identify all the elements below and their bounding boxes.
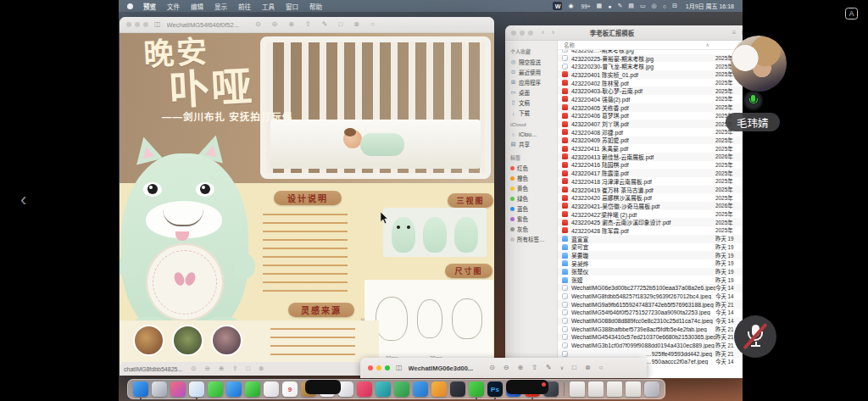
preview-title-bar[interactable]: WechatIMG54f646f0f52... — [120, 17, 494, 33]
input-assist-icon[interactable]: A — [845, 8, 858, 19]
microphone-muted-button[interactable] — [734, 315, 776, 358]
menu-item[interactable]: 显示 — [214, 2, 227, 11]
trash-dock-icon[interactable] — [644, 382, 659, 397]
zoom-button[interactable] — [143, 22, 148, 27]
collapse-panel-chevron-icon[interactable]: ‹ — [20, 191, 26, 209]
menu-item[interactable]: 前往 — [238, 2, 251, 11]
file-row[interactable]: 张媞昨天 19 — [558, 276, 753, 284]
sidebar-item[interactable]: 蓝色 — [510, 203, 557, 214]
file-row[interactable]: WechatIMG9a9fb61559247483742eb5f57696318… — [558, 300, 753, 309]
calendar-dock-icon[interactable]: 9 — [282, 382, 298, 397]
file-row[interactable]: 423220408 邓捷.pdf2025年 — [558, 128, 753, 136]
menu-item[interactable]: 编辑 — [191, 2, 203, 11]
file-row[interactable]: 梁可宜昨天 19 — [558, 243, 753, 252]
battery-icon[interactable]: ▭ — [640, 3, 646, 9]
menu-item[interactable]: 预览 — [143, 2, 156, 11]
keynote-dock-icon[interactable] — [413, 382, 428, 397]
rotate-icon[interactable] — [353, 21, 359, 28]
zoom-out-icon[interactable] — [272, 21, 278, 28]
app-grid-dock-icon[interactable] — [170, 382, 186, 397]
share-icon[interactable] — [232, 365, 237, 372]
file-row[interactable]: 423220407 刘丫琪.pdf2025年 — [558, 120, 753, 128]
file-row[interactable]: 423220230-曾飞龙-期末考核.jpg2025年 — [558, 62, 753, 70]
sidebar-item[interactable]: 紫色 — [510, 214, 557, 224]
file-row[interactable]: 423220411 朱禹豪.pdf2025年 — [558, 144, 753, 153]
file-row[interactable]: WechatIMG8fdbb548257f18329c9639f267012bc… — [558, 292, 753, 301]
zoom-in-icon[interactable] — [518, 365, 524, 371]
close-button[interactable] — [368, 365, 373, 370]
sidebar-item[interactable]: ▭桌面 — [510, 87, 557, 97]
sidebar-item[interactable]: 黄色 — [510, 183, 557, 193]
info-icon[interactable] — [191, 365, 196, 372]
launchpad-dock-icon[interactable] — [152, 382, 167, 397]
menu-bar-clock[interactable]: 1月9日 周五 16:18 — [686, 2, 734, 10]
zoom-in-icon[interactable] — [219, 365, 224, 372]
file-row[interactable]: 423220422'梁梓曦 (2).pdf2025年 — [558, 210, 753, 219]
file-row[interactable]: 423220416 陆园棋.pdf2025年 — [558, 161, 753, 170]
pencil-icon[interactable]: ✎ — [617, 3, 622, 9]
display-icon[interactable]: ◎ — [652, 3, 657, 9]
search-icon[interactable] — [370, 21, 375, 28]
file-row[interactable]: WechatIMG54f646f0f52751527230aa9090fa225… — [558, 309, 753, 317]
pages-dock-icon[interactable] — [431, 382, 447, 397]
file-row[interactable]: 423220404 强薇(2).pdf2025年 — [558, 95, 753, 103]
menu-item[interactable]: 工具 — [262, 2, 275, 11]
preview-window-3-title-bar[interactable]: WechatIMG06e3d00... — [360, 358, 647, 378]
zoom-in-icon[interactable] — [288, 21, 294, 28]
file-row[interactable]: 423220413 赖佳慧-云南展板.pdf2026年 — [558, 153, 753, 161]
finder-column-header[interactable]: 名称 — [558, 41, 753, 50]
sidebar-item[interactable]: ⊞应用程序 — [510, 77, 557, 87]
sidebar-item[interactable]: 灰色 — [510, 224, 557, 234]
file-row[interactable]: 423220225-黄裕豪-期末考核.jpg2025年 — [558, 54, 753, 63]
zoom-button[interactable] — [385, 365, 390, 370]
wechat-icon[interactable]: ◉ — [568, 3, 573, 9]
file-row[interactable]: …925ffe49593dd442.jpeg昨天 21 — [558, 349, 753, 358]
preview-window-2-title-bar[interactable]: chatIMG8fdbb54825... — [120, 362, 363, 376]
rotate-icon[interactable] — [585, 365, 591, 371]
sidebar-item[interactable]: ▤共享 — [510, 139, 557, 149]
file-row[interactable]: 423220402 陈林莹.pdf2025年 — [558, 79, 753, 87]
search-icon[interactable]: ○ — [663, 3, 666, 9]
file-row[interactable]: 423220401 陈实桢_01.pdf2025年 — [558, 70, 753, 79]
file-row[interactable]: 423220405 关栋香.pdf2025年 — [558, 103, 753, 112]
info-icon[interactable] — [489, 365, 495, 371]
sidebar-item[interactable]: ◎隔空投送 — [510, 57, 557, 67]
safari-dock-icon[interactable] — [189, 382, 204, 397]
finder-title-bar[interactable]: ‹ › 李老板汇报模板 — [505, 25, 753, 41]
numbers-dock-icon[interactable] — [394, 382, 409, 397]
name-column-header[interactable]: 名称 — [564, 41, 575, 49]
sidebar-item[interactable]: 红色 — [510, 163, 557, 173]
file-row[interactable]: WechatIMG4543410c57ed210370e6680b2153036… — [558, 333, 753, 342]
rotate-icon[interactable] — [259, 365, 264, 372]
menu-item[interactable]: 窗口 — [286, 2, 298, 11]
file-row[interactable]: 423220425 谢杰-云南沙溪印象设计.pdf2025年 — [558, 218, 753, 226]
crop-icon[interactable] — [338, 21, 342, 28]
close-button[interactable] — [126, 22, 131, 27]
sort-arrow-icon[interactable] — [706, 42, 709, 47]
dark-app-dock-icon[interactable] — [450, 382, 465, 397]
apple-menu-icon[interactable] — [127, 3, 133, 9]
zoom-out-icon[interactable] — [205, 365, 210, 372]
sidebar-item[interactable]: 橙色 — [510, 173, 557, 183]
minimize-button[interactable] — [376, 365, 381, 370]
chevron-down-icon[interactable] — [560, 365, 564, 371]
thumb-dock-icon[interactable] — [607, 382, 622, 397]
file-row[interactable]: 423220417 陈露潼.pdf2025年 — [558, 169, 753, 177]
sidebar-item[interactable]: ○iClou… — [510, 129, 557, 139]
keyboard-icon[interactable]: ▤ — [628, 3, 634, 9]
markup-icon[interactable] — [546, 365, 552, 371]
music-dock-icon[interactable] — [357, 382, 372, 397]
markup-icon[interactable] — [322, 21, 328, 28]
recording-icon[interactable]: ● — [608, 3, 611, 9]
thumb-dock-icon[interactable] — [588, 382, 604, 397]
sidebar-toggle-icon[interactable] — [396, 365, 403, 371]
file-row[interactable]: 423220403-耿心梦-云南.pdf2025年 — [558, 86, 753, 95]
file-row[interactable]: WechatIMG06e3d00bc277252b5100eaa37a08a2e… — [558, 284, 753, 292]
file-row[interactable]: 吴要璇昨天 19 — [558, 251, 753, 259]
thumb-dock-icon[interactable] — [570, 382, 585, 397]
file-row[interactable]: 蓝宣宣昨天 19 — [558, 235, 753, 243]
facetime-dock-icon[interactable] — [245, 382, 260, 397]
sidebar-item[interactable]: 绿色 — [510, 193, 557, 203]
share-icon[interactable] — [531, 365, 537, 371]
sidebar-item[interactable]: 所有标签… — [510, 234, 557, 244]
